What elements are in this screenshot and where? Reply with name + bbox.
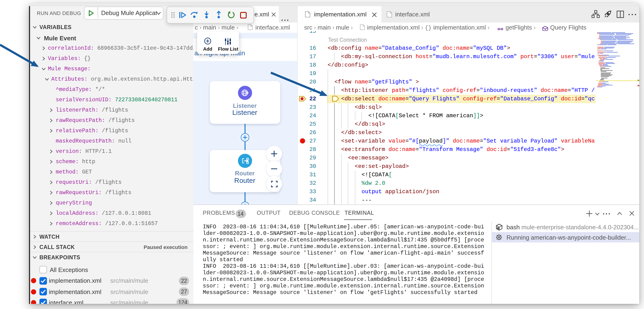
svg-text:$: $: [498, 227, 499, 229]
